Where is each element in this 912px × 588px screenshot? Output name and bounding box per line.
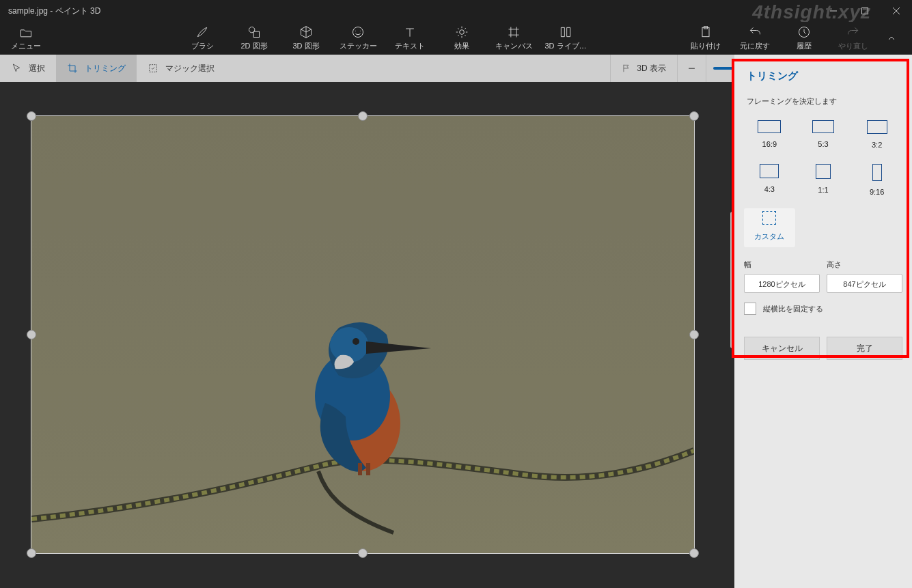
shapes-2d-icon (247, 25, 261, 39)
panel-scrollbar[interactable] (730, 212, 734, 348)
ratio-box-icon (812, 120, 834, 133)
ratio-box-icon (867, 120, 887, 134)
height-label: 高さ (827, 260, 902, 270)
image-canvas[interactable] (31, 116, 694, 553)
flag-icon (622, 64, 631, 73)
menu-button[interactable]: メニュー (4, 26, 48, 51)
cube-icon (299, 25, 313, 39)
done-button[interactable]: 完了 (827, 337, 902, 360)
crop-handle-mr[interactable] (689, 330, 699, 339)
crop-handle-tc[interactable] (358, 111, 368, 121)
lock-aspect-checkbox[interactable] (744, 303, 756, 315)
ratio-16-9[interactable]: 16:9 (744, 117, 795, 154)
ratio-9-16[interactable]: 9:16 (851, 161, 902, 201)
framing-label: フレーミングを決定します (734, 89, 912, 113)
tool-brush[interactable]: ブラシ (178, 25, 227, 51)
canvas-icon (507, 25, 521, 39)
width-input[interactable]: 1280ピクセル (744, 274, 820, 293)
view-3d-button[interactable]: 3D 表示 (610, 55, 677, 82)
tool-effects[interactable]: 効果 (437, 25, 486, 51)
svg-point-6 (353, 27, 363, 38)
select-tool[interactable]: 選択 (0, 55, 56, 82)
crop-rectangle[interactable] (31, 116, 694, 553)
window-title: sample.jpg - ペイント 3D (0, 5, 100, 17)
title-bar: sample.jpg - ペイント 3D (0, 0, 912, 22)
crop-handle-tl[interactable] (27, 111, 36, 121)
text-icon (403, 25, 417, 39)
magic-select-icon (148, 63, 158, 74)
chevron-up-icon (886, 33, 897, 44)
redo-icon (846, 25, 860, 39)
ratio-custom[interactable]: カスタム (744, 208, 795, 247)
zoom-out-button[interactable]: − (677, 55, 706, 82)
menu-label: メニュー (11, 41, 41, 51)
close-button[interactable] (881, 0, 912, 22)
lock-aspect-label: 縦横比を固定する (763, 304, 823, 314)
ratio-1-1[interactable]: 1:1 (798, 161, 849, 201)
sticker-icon (351, 25, 365, 39)
ratio-custom-icon (762, 211, 776, 225)
clipboard-icon (699, 25, 713, 39)
crop-handle-bc[interactable] (358, 548, 368, 558)
svg-rect-1 (862, 8, 868, 14)
redo-button[interactable]: やり直し (829, 25, 878, 51)
aspect-ratio-grid: 16:9 5:3 3:2 4:3 1:1 9:16 (734, 113, 912, 251)
tool-2d-shapes[interactable]: 2D 図形 (230, 25, 279, 51)
tool-sticker[interactable]: ステッカー (333, 25, 383, 51)
height-input[interactable]: 847ピクセル (827, 274, 902, 293)
svg-rect-8 (511, 29, 516, 35)
history-button[interactable]: 履歴 (779, 25, 829, 51)
crop-handle-ml[interactable] (27, 330, 36, 339)
svg-rect-12 (150, 65, 157, 72)
cancel-button[interactable]: キャンセル (744, 337, 820, 360)
width-label: 幅 (744, 260, 820, 270)
ratio-3-2[interactable]: 3:2 (851, 117, 902, 154)
crop-handle-tr[interactable] (689, 111, 699, 121)
tool-text[interactable]: テキスト (385, 25, 434, 51)
crop-handle-bl[interactable] (27, 548, 36, 558)
folder-icon (19, 26, 33, 40)
undo-button[interactable]: 元に戻す (730, 25, 779, 51)
tool-3d-shapes[interactable]: 3D 図形 (281, 25, 331, 51)
collapse-ribbon-button[interactable] (878, 22, 905, 55)
panel-title: トリミング (734, 55, 912, 89)
crop-icon (67, 63, 78, 74)
ratio-4-3[interactable]: 4:3 (744, 161, 795, 201)
side-panel: トリミング フレーミングを決定します 16:9 5:3 3:2 4:3 1:1 (734, 55, 912, 588)
ratio-box-icon (760, 164, 779, 178)
canvas-area (0, 82, 734, 588)
undo-icon (748, 25, 762, 39)
tool-canvas[interactable]: キャンバス (489, 25, 538, 51)
ratio-box-icon (816, 164, 831, 179)
svg-rect-5 (253, 31, 259, 37)
crop-handle-br[interactable] (689, 548, 699, 558)
minimize-button[interactable] (818, 0, 849, 22)
ratio-5-3[interactable]: 5:3 (798, 117, 849, 154)
tool-3d-library[interactable]: 3D ライブ… (541, 25, 590, 51)
sun-icon (455, 25, 469, 39)
brush-icon (195, 25, 209, 39)
ratio-box-icon (872, 164, 882, 181)
cursor-icon (11, 63, 22, 74)
library-icon (559, 25, 572, 39)
paste-button[interactable]: 貼り付け (681, 25, 730, 51)
magic-select-tool[interactable]: マジック選択 (137, 55, 225, 82)
maximize-button[interactable] (849, 0, 881, 22)
history-icon (797, 25, 811, 39)
ratio-box-icon (758, 120, 781, 133)
ribbon-toolbar: メニュー ブラシ 2D 図形 3D 図形 ステッカー テキスト 効果 キャン (0, 22, 912, 55)
svg-point-7 (460, 30, 465, 35)
crop-tool[interactable]: トリミング (56, 55, 137, 82)
